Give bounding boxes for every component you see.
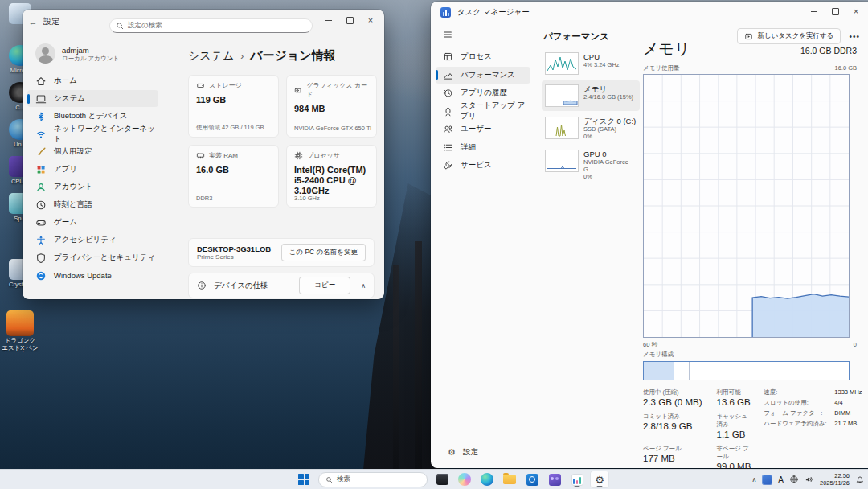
accessibility-icon [35, 235, 47, 246]
card-value: 16.0 GB [196, 165, 271, 175]
perf-item-メモリ[interactable]: メモリ2.4/16.0 GB (15%) [542, 80, 640, 111]
taskman-nav-5[interactable]: 詳細 [436, 139, 530, 156]
tray-app-badge-icon[interactable] [762, 475, 772, 485]
people-app-icon [549, 474, 561, 486]
settings-sidebar: admjam ローカル アカウント ホームシステムBluetooth とデバイス… [23, 37, 163, 299]
start-button[interactable] [294, 471, 313, 488]
back-button[interactable]: ← [23, 17, 43, 27]
perf-item-name: CPU [583, 52, 620, 61]
taskbar-search-input[interactable]: 検索 [318, 472, 428, 487]
apps-icon [35, 164, 47, 175]
account-banner[interactable]: admjam ローカル アカウント [23, 37, 163, 72]
perf-item-CPU[interactable]: CPU4% 3.24 GHz [542, 48, 640, 79]
breadcrumb-parent[interactable]: システム [188, 49, 234, 64]
sidebar-item-10[interactable]: プライバシーとセキュリティ [27, 249, 158, 266]
settings-content: システム › バージョン情報 ストレージ119 GB使用領域 42 GB / 1… [167, 37, 384, 299]
stat-value: 2.3 GB (0 MB) [643, 397, 702, 407]
detail-value: DIMM [834, 409, 862, 417]
edge-icon [481, 473, 493, 486]
taskman-nav-4[interactable]: ユーザー [436, 121, 530, 138]
memory-modified-divider [689, 362, 690, 380]
card-value: 984 MB [294, 104, 369, 114]
graphics-icon [294, 86, 302, 95]
taskbar-app-app-window[interactable] [432, 471, 452, 488]
memory-capacity: 16.0 GB DDR3 [800, 46, 857, 55]
device-model: Prime Series [197, 253, 281, 261]
minimize-button[interactable] [318, 13, 339, 27]
memory-panel: メモリ 16.0 GB DDR3 メモリ使用量 16.0 GB 60 秒 0 メ… [643, 39, 857, 471]
sidebar-item-label: ゲーム [54, 217, 77, 228]
taskman-nav-2[interactable]: アプリの履歴 [436, 84, 530, 101]
update-icon [35, 270, 47, 281]
privacy-icon [35, 253, 47, 264]
sidebar-item-4[interactable]: 個人用設定 [27, 143, 158, 160]
stat-label: 利用可能 [717, 388, 751, 397]
services-icon [443, 160, 453, 171]
ime-mode-indicator[interactable]: A [778, 475, 784, 484]
taskbar: 検索 ⚙ ∧ A 22:56 2025/11/26 [0, 469, 868, 489]
perf-item-name: GPU 0 [583, 150, 637, 158]
windows-logo-icon [298, 474, 309, 485]
perf-item-name: メモリ [583, 84, 633, 93]
chevron-up-icon[interactable]: ∧ [361, 282, 366, 290]
copy-button[interactable]: コピー [299, 277, 350, 294]
sidebar-item-1[interactable]: システム [27, 90, 158, 107]
taskbar-app-people-app[interactable] [545, 471, 564, 488]
taskbar-app-task-manager[interactable] [567, 471, 587, 488]
stat-label: 使用中 (圧縮) [643, 388, 702, 397]
memory-stat-0: 使用中 (圧縮)2.3 GB (0 MB) [643, 388, 702, 407]
settings-search-input[interactable]: 設定の検索 [109, 18, 313, 33]
device-spec-row[interactable]: デバイスの仕様 コピー ∧ [188, 273, 375, 298]
taskbar-app-settings[interactable]: ⚙ [590, 471, 609, 488]
memory-stat-4: ページ プール177 MB [643, 445, 702, 471]
taskman-nav-3[interactable]: スタートアップ アプリ [436, 103, 530, 120]
taskbar-app-file-explorer[interactable] [500, 471, 519, 488]
taskman-nav-6[interactable]: サービス [436, 157, 530, 174]
memory-stat-3: キャッシュ済み1.1 GB [717, 413, 751, 439]
desktop-icon-dqx-benchmark[interactable]: ドラゴンクエストX ベンチマ・クソフト [2, 310, 39, 352]
close-button[interactable]: × [845, 4, 866, 18]
detail-label: ハードウェア予約済み: [764, 420, 831, 428]
performance-list: CPU4% 3.24 GHzメモリ2.4/16.0 GB (15%)ディスク 0… [542, 48, 640, 186]
sidebar-item-5[interactable]: アプリ [27, 161, 158, 178]
volume-icon[interactable] [805, 475, 814, 484]
taskman-settings-item[interactable]: ⚙ 設定 [440, 444, 526, 461]
sidebar-item-2[interactable]: Bluetooth とデバイス [27, 108, 158, 125]
sidebar-item-6[interactable]: アカウント [27, 179, 158, 195]
perf-item-ディスク 0 (C:)[interactable]: ディスク 0 (C:)SSD (SATA)0% [542, 113, 640, 144]
close-button[interactable]: × [360, 13, 381, 27]
network-globe-icon[interactable] [789, 475, 799, 484]
memory-title: メモリ [643, 39, 800, 60]
minimize-button[interactable] [804, 4, 825, 18]
memory-composition-bar[interactable] [643, 361, 850, 380]
taskbar-clock[interactable]: 22:56 2025/11/26 [820, 472, 850, 487]
taskbar-app-copilot[interactable] [455, 471, 474, 488]
menu-icon[interactable] [442, 29, 453, 40]
rename-pc-button[interactable]: この PC の名前を変更 [281, 244, 366, 261]
taskbar-app-microsoft-edge[interactable] [477, 471, 497, 488]
memory-usage-max: 16.0 GB [834, 64, 857, 72]
sidebar-item-7[interactable]: 時刻と言語 [27, 196, 158, 213]
system-icon [35, 93, 47, 105]
stat-value: 1.1 GB [717, 429, 751, 439]
notification-bell-icon[interactable] [855, 475, 865, 484]
graph-timespan-label: 60 秒 [643, 341, 657, 349]
taskman-nav-0[interactable]: プロセス [436, 48, 530, 65]
gear-icon: ⚙ [448, 448, 456, 457]
sidebar-item-3[interactable]: ネットワークとインターネット [27, 125, 158, 142]
perf-item-detail: NVIDIA GeForce G... [583, 158, 637, 173]
sidebar-item-0[interactable]: ホーム [27, 72, 158, 89]
maximize-button[interactable] [825, 4, 845, 18]
sidebar-item-8[interactable]: ゲーム [27, 214, 158, 231]
maximize-button[interactable] [339, 13, 360, 27]
sidebar-item-label: アクセシビリティ [54, 235, 117, 245]
perf-item-GPU 0[interactable]: GPU 0NVIDIA GeForce G...0% [542, 146, 640, 184]
sidebar-item-11[interactable]: Windows Update [27, 267, 158, 284]
taskbar-app-outlook[interactable] [522, 471, 542, 488]
taskman-nav-label: アプリの履歴 [461, 88, 507, 98]
detail-value: 4/4 [834, 399, 862, 407]
device-spec-label: デバイスの仕様 [214, 281, 292, 291]
taskman-nav-1[interactable]: パフォーマンス [436, 67, 530, 84]
sidebar-item-9[interactable]: アクセシビリティ [27, 232, 158, 249]
tray-chevron-icon[interactable]: ∧ [751, 476, 756, 483]
